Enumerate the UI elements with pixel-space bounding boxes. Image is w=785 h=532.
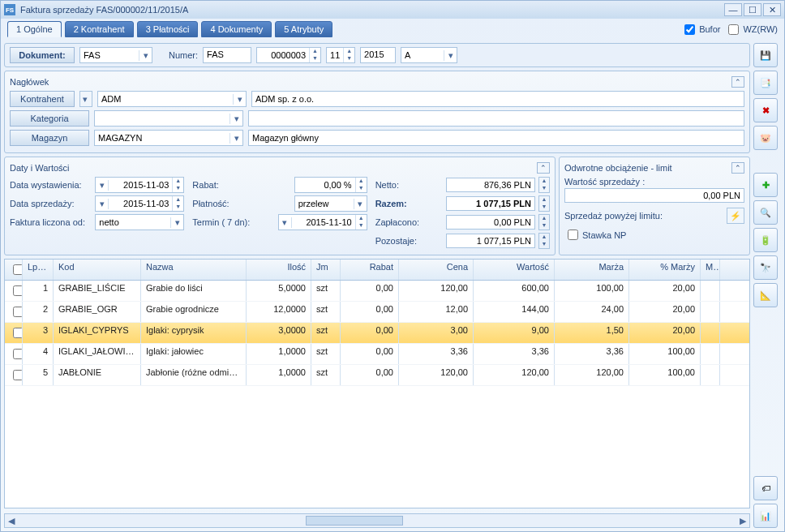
numer-suffix-combo[interactable]: A ▾ bbox=[401, 47, 457, 63]
magazyn-name-field[interactable] bbox=[248, 130, 744, 146]
rabat-field[interactable]: 0,00 % ▲▼ bbox=[294, 177, 367, 193]
numer-year-field[interactable]: 2015 bbox=[360, 47, 396, 63]
table-row[interactable]: 1GRABIE_LIŚCIEGrabie do liści5,0000szt0,… bbox=[5, 281, 749, 302]
col-kod[interactable]: Kod bbox=[54, 260, 141, 280]
tab-platnosci[interactable]: 3 Płatności bbox=[137, 21, 199, 37]
piggy-button[interactable]: 🐷 bbox=[753, 126, 778, 150]
tab-bar: 1 Ogólne 2 Kontrahent 3 Płatności 4 Doku… bbox=[1, 19, 784, 40]
kontrahent-dropdown-arrow[interactable]: ▾ bbox=[79, 91, 92, 107]
cell-ma bbox=[701, 365, 720, 385]
chevron-down-icon[interactable]: ▾ bbox=[229, 114, 242, 124]
binoculars-button[interactable]: 🔭 bbox=[753, 255, 778, 280]
numer-month-spin[interactable]: 11 ▲▼ bbox=[326, 47, 355, 63]
dokument-label-button[interactable]: Dokument: bbox=[10, 47, 75, 63]
liczona-od-combo[interactable]: netto ▾ bbox=[95, 214, 184, 230]
table-row[interactable]: 3IGLAKI_CYPRYSIglaki: cyprysik3,0000szt0… bbox=[5, 323, 749, 344]
col-rabat[interactable]: Rabat bbox=[341, 260, 399, 280]
battery-button[interactable]: 🔋 bbox=[753, 228, 778, 252]
cell-ma bbox=[701, 302, 720, 322]
col-pmarzy[interactable]: % Marży bbox=[629, 260, 701, 280]
scroll-right-icon[interactable]: ▶ bbox=[736, 516, 749, 526]
kontrahent-name-field[interactable] bbox=[251, 91, 744, 107]
bufor-check-wrap[interactable]: Bufor bbox=[681, 22, 720, 37]
chevron-down-icon[interactable]: ▾ bbox=[139, 50, 152, 61]
wzrw-checkbox[interactable] bbox=[728, 24, 739, 35]
col-ilosc[interactable]: Ilość bbox=[247, 260, 311, 280]
cell-rabat: 0,00 bbox=[341, 365, 399, 385]
chevron-down-icon[interactable]: ▾ bbox=[233, 94, 246, 105]
chevron-down-icon[interactable]: ▾ bbox=[444, 50, 457, 61]
bufor-label: Bufor bbox=[699, 24, 720, 34]
row-checkbox[interactable] bbox=[13, 349, 23, 359]
stawka-np-checkbox[interactable] bbox=[568, 230, 578, 240]
cell-cena: 3,36 bbox=[399, 344, 474, 364]
kategoria-button[interactable]: Kategoria bbox=[10, 110, 89, 127]
search-button[interactable]: 🔍 bbox=[753, 200, 778, 225]
cell-lp: 3 bbox=[23, 323, 54, 343]
scroll-left-icon[interactable]: ◀ bbox=[5, 516, 18, 526]
collapse-icon[interactable]: ⌃ bbox=[731, 76, 744, 88]
col-jm[interactable]: Jm bbox=[311, 260, 341, 280]
calc-button[interactable]: 📐 bbox=[753, 283, 778, 307]
col-nazwa[interactable]: Nazwa bbox=[141, 260, 247, 280]
numer-seq-spin[interactable]: 0000003 ▲▼ bbox=[256, 47, 321, 63]
kontrahent-button[interactable]: Kontrahent bbox=[10, 91, 75, 107]
bookmark-button[interactable]: 📑 bbox=[753, 71, 778, 95]
col-ma[interactable]: Ma bbox=[701, 260, 720, 280]
col-lp[interactable]: Lp. ▲ bbox=[23, 260, 54, 280]
select-all-checkbox[interactable] bbox=[13, 264, 23, 275]
tag-button[interactable]: 🏷 bbox=[753, 476, 778, 500]
tab-kontrahent[interactable]: 2 Kontrahent bbox=[65, 21, 134, 37]
row-checkbox[interactable] bbox=[13, 285, 23, 296]
cell-kod: GRABIE_LIŚCIE bbox=[54, 281, 141, 301]
col-cena[interactable]: Cena bbox=[399, 260, 474, 280]
spin-up-icon[interactable]: ▲ bbox=[310, 48, 320, 55]
chevron-down-icon[interactable]: ▾ bbox=[229, 133, 242, 144]
table-row[interactable]: 5JABŁONIEJabłonie (różne odmia...1,0000s… bbox=[5, 365, 749, 386]
grid-body[interactable]: 1GRABIE_LIŚCIEGrabie do liści5,0000szt0,… bbox=[5, 281, 749, 508]
termin-field[interactable]: ▾ 2015-11-10 ▲▼ bbox=[278, 214, 367, 230]
kategoria-combo[interactable]: ▾ bbox=[94, 110, 243, 127]
row-checkbox[interactable] bbox=[13, 307, 23, 317]
tab-atrybuty[interactable]: 5 Atrybuty bbox=[275, 21, 332, 37]
data-sprzedazy-field[interactable]: ▾ 2015-11-03 ▲▼ bbox=[95, 195, 184, 212]
stawka-np-wrap[interactable]: Stawka NP bbox=[564, 227, 744, 242]
table-row[interactable]: 2GRABIE_OGRGrabie ogrodnicze12,0000szt0,… bbox=[5, 302, 749, 323]
save-button[interactable]: 💾 bbox=[753, 43, 778, 67]
col-marza[interactable]: Marża bbox=[555, 260, 629, 280]
row-checkbox[interactable] bbox=[13, 370, 23, 380]
tab-ogolne[interactable]: 1 Ogólne bbox=[7, 21, 62, 37]
chart-button[interactable]: 📊 bbox=[753, 504, 778, 528]
add-button[interactable]: ✚ bbox=[753, 173, 778, 197]
magazyn-code-combo[interactable]: MAGAZYN ▾ bbox=[94, 130, 243, 146]
numer-prefix-field[interactable]: FAS bbox=[203, 47, 251, 63]
data-wystawienia-field[interactable]: ▾ 2015-11-03 ▲▼ bbox=[95, 177, 184, 193]
collapse-icon[interactable]: ⌃ bbox=[537, 162, 550, 174]
close-window-button[interactable]: ✕ bbox=[763, 3, 781, 16]
lightning-icon[interactable]: ⚡ bbox=[727, 208, 744, 224]
cell-marza: 120,00 bbox=[555, 365, 629, 385]
bufor-checkbox[interactable] bbox=[684, 24, 695, 35]
dates-values-title: Daty i Wartości bbox=[10, 163, 70, 173]
binoculars-icon: 🔭 bbox=[760, 263, 771, 273]
minimize-button[interactable]: — bbox=[724, 3, 742, 16]
spin-down-icon[interactable]: ▼ bbox=[310, 55, 320, 62]
scroll-thumb[interactable] bbox=[306, 516, 403, 526]
cell-marza: 1,50 bbox=[555, 323, 629, 343]
kategoria-desc-field[interactable] bbox=[248, 110, 744, 127]
table-row[interactable]: 4IGLAKI_JAŁOWIECIglaki: jałowiec1,0000sz… bbox=[5, 344, 749, 365]
horizontal-scrollbar[interactable]: ◀ ▶ bbox=[4, 513, 750, 528]
collapse-icon[interactable]: ⌃ bbox=[731, 162, 744, 174]
netto-value: 876,36 PLN bbox=[446, 178, 535, 192]
platnosc-combo[interactable]: przelew ▾ bbox=[294, 195, 367, 212]
wzrw-check-wrap[interactable]: WZ(RW) bbox=[725, 22, 778, 37]
dokument-type-combo[interactable]: FAS ▾ bbox=[79, 47, 152, 63]
kontrahent-code-combo[interactable]: ADM ▾ bbox=[97, 91, 247, 107]
col-wartosc[interactable]: Wartość bbox=[474, 260, 555, 280]
tab-dokumenty[interactable]: 4 Dokumenty bbox=[201, 21, 272, 37]
maximize-button[interactable]: ☐ bbox=[744, 3, 761, 16]
cancel-button[interactable]: ✖ bbox=[753, 98, 778, 122]
row-checkbox[interactable] bbox=[13, 328, 23, 338]
chart-icon: 📊 bbox=[760, 511, 771, 521]
magazyn-button[interactable]: Magazyn bbox=[10, 130, 89, 146]
